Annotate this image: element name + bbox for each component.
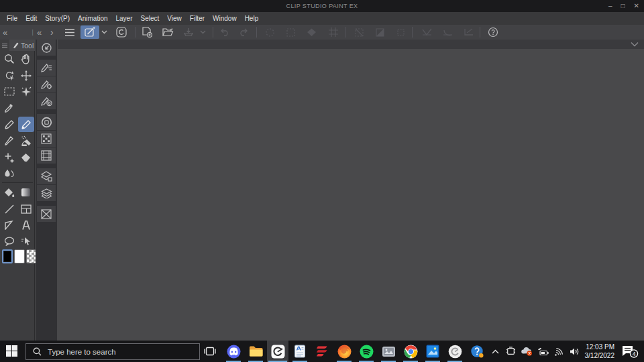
menu-animation[interactable]: Animation xyxy=(74,15,111,22)
snap-ruler-icon[interactable] xyxy=(417,25,436,39)
menu-story[interactable]: Story(P) xyxy=(41,15,74,22)
material-palette-icon[interactable] xyxy=(37,147,56,164)
collapse-dock2-icon[interactable]: « xyxy=(37,25,42,40)
canvas-top-bar xyxy=(58,40,644,49)
invert-selection-icon[interactable] xyxy=(350,25,368,39)
tray-onedrive-error-icon[interactable] xyxy=(520,341,533,362)
tool-palette-tab[interactable]: Tool xyxy=(9,40,35,51)
taskbar-app-spotify[interactable] xyxy=(356,341,377,362)
tool-auto-select[interactable] xyxy=(18,84,34,99)
tablet-dropdown-icon[interactable] xyxy=(97,25,111,39)
taskbar-clock[interactable]: 12:03 PM 3/12/2022 xyxy=(585,343,615,360)
main-menu-icon[interactable] xyxy=(60,25,79,39)
sub-tool-palette-icon[interactable] xyxy=(37,60,56,76)
taskbar-app-photos[interactable] xyxy=(422,341,443,362)
taskbar-app-clip-studio-launcher[interactable] xyxy=(444,341,466,362)
taskbar-app-red[interactable] xyxy=(311,341,333,362)
tray-tablet-icon[interactable] xyxy=(504,341,517,362)
taskbar-app-document[interactable] xyxy=(289,341,311,362)
taskbar-app-help[interactable] xyxy=(466,341,488,362)
taskbar-app-clip-studio-paint[interactable] xyxy=(267,341,288,362)
crop-icon[interactable] xyxy=(324,25,343,39)
tool-hand[interactable] xyxy=(18,52,34,67)
shrink-selection-icon[interactable] xyxy=(391,25,410,39)
tray-hidden-icons-chevron[interactable] xyxy=(488,341,502,362)
menu-filter[interactable]: Filter xyxy=(186,15,209,22)
tool-rotate-canvas[interactable] xyxy=(1,68,17,83)
snap-special-ruler-icon[interactable] xyxy=(438,25,457,39)
taskbar-app-gray[interactable] xyxy=(378,341,399,362)
tool-correct-line[interactable] xyxy=(1,217,17,233)
canvas-preview-palette-icon[interactable] xyxy=(37,206,56,222)
layer-palette-icon[interactable] xyxy=(37,185,56,201)
palette-menu-icon[interactable] xyxy=(2,44,7,48)
deselect-icon[interactable] xyxy=(260,25,279,39)
maximize-button[interactable]: □ xyxy=(621,0,625,12)
minimize-button[interactable]: – xyxy=(608,0,612,12)
tool-figure[interactable] xyxy=(1,201,17,217)
help-icon[interactable] xyxy=(484,25,502,39)
quick-access-palette-icon[interactable] xyxy=(37,40,56,56)
clip-studio-icon[interactable] xyxy=(112,25,131,39)
redo-icon[interactable] xyxy=(234,25,253,39)
menu-layer[interactable]: Layer xyxy=(112,15,137,22)
start-button[interactable] xyxy=(6,345,18,357)
tool-eyedropper[interactable] xyxy=(1,101,17,116)
tool-fill[interactable] xyxy=(1,185,17,200)
layer-property-palette-icon[interactable] xyxy=(37,168,56,184)
snap-grid-icon[interactable] xyxy=(459,25,478,39)
tool-pen[interactable] xyxy=(1,117,17,132)
tool-move-layer[interactable] xyxy=(18,68,34,83)
tool-zoom[interactable] xyxy=(1,52,17,67)
collapse-dock-left-icon[interactable]: « xyxy=(3,25,7,40)
new-document-icon[interactable] xyxy=(138,25,156,39)
taskbar-search[interactable]: Type here to search xyxy=(25,343,200,360)
tool-pen-selected[interactable] xyxy=(18,117,34,132)
menu-help[interactable]: Help xyxy=(241,15,263,22)
tray-battery-pen-icon[interactable] xyxy=(536,341,549,362)
window-title: CLIP STUDIO PAINT EX xyxy=(0,3,644,9)
tool-marquee-select[interactable] xyxy=(1,84,17,99)
expand-selection-icon[interactable] xyxy=(370,25,389,39)
clock-date: 3/12/2022 xyxy=(585,351,615,360)
tool-property-palette-icon[interactable] xyxy=(37,76,56,93)
taskbar-app-chrome[interactable] xyxy=(400,341,421,362)
menu-edit[interactable]: Edit xyxy=(21,15,41,22)
tray-volume-icon[interactable] xyxy=(568,341,581,362)
color-wheel-palette-icon[interactable] xyxy=(37,114,56,130)
tool-blend[interactable] xyxy=(1,166,17,181)
canvas-workspace xyxy=(58,49,644,341)
tray-wifi-icon[interactable] xyxy=(552,341,566,362)
tool-eraser[interactable] xyxy=(18,149,34,165)
sub-tool-detail-palette-icon[interactable] xyxy=(37,93,56,109)
tool-frame-border[interactable] xyxy=(18,201,34,217)
taskbar-app-file-explorer[interactable] xyxy=(245,341,266,362)
clear-selection-icon[interactable] xyxy=(302,25,321,39)
tool-brush[interactable] xyxy=(1,133,17,149)
color-set-palette-icon[interactable] xyxy=(37,131,56,147)
main-color-swatch[interactable] xyxy=(2,249,13,263)
close-button[interactable]: ✕ xyxy=(634,0,639,12)
sub-color-swatch[interactable] xyxy=(14,249,25,263)
reselect-icon[interactable] xyxy=(281,25,300,39)
open-file-icon[interactable] xyxy=(158,25,177,39)
undo-icon[interactable] xyxy=(215,25,233,39)
tool-operation[interactable] xyxy=(18,234,34,249)
tool-decoration[interactable] xyxy=(1,149,17,165)
menu-view[interactable]: View xyxy=(163,15,186,22)
task-view-button[interactable] xyxy=(199,341,221,362)
tool-gradient[interactable] xyxy=(18,185,34,200)
action-center-button[interactable]: 4 xyxy=(621,345,639,358)
tool-airbrush[interactable] xyxy=(18,133,34,149)
expand-dock2-icon[interactable]: › xyxy=(50,25,54,40)
tool-text[interactable] xyxy=(18,217,34,233)
title-bar: CLIP STUDIO PAINT EX – □ ✕ xyxy=(0,0,644,12)
save-dropdown-icon[interactable] xyxy=(195,25,210,39)
canvas-bar-collapse-icon[interactable] xyxy=(631,42,639,47)
tool-balloon[interactable] xyxy=(1,234,17,249)
menu-window[interactable]: Window xyxy=(209,15,241,22)
menu-select[interactable]: Select xyxy=(137,15,164,22)
taskbar-app-discord[interactable] xyxy=(223,341,244,362)
menu-file[interactable]: File xyxy=(3,15,21,22)
taskbar-app-firefox[interactable] xyxy=(333,341,355,362)
